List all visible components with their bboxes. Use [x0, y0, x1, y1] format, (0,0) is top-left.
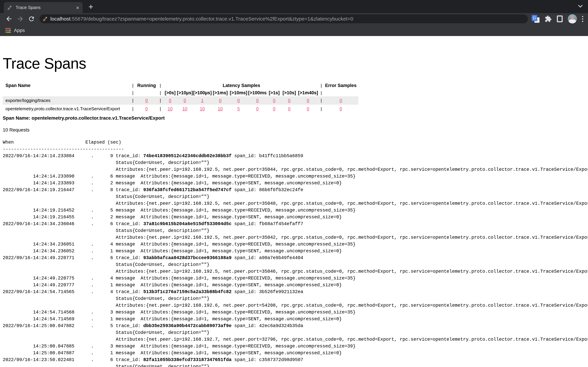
browser-chrome: Trace Spans × + [0, 0, 588, 36]
column-separator: | [157, 105, 164, 113]
message-line: 14:24:54.714568 . 3 message Attributes:{… [3, 309, 588, 316]
extensions-puzzle-icon[interactable] [545, 15, 552, 22]
request-start-line: 2022/09/16-14:25:00.047882 . 5 trace_id:… [3, 323, 588, 329]
request-start-line: 2022/09/16-14:24:14.233884 . 9 trace_id:… [3, 153, 588, 159]
page-title: Trace Spans [3, 55, 588, 72]
latency-bucket-header: [>0s] [164, 89, 177, 96]
latency-count-link[interactable]: 0 [256, 98, 259, 103]
back-button[interactable] [4, 14, 14, 24]
latency-bucket-header: [>10s] [282, 89, 297, 96]
attributes-line: Attributes:{net.peer.ip=192.168.192.6, n… [3, 302, 588, 309]
status-line: Status{Code=Unset, description=""} [3, 295, 588, 302]
request-start-line: 2022/09/16-14:23:50.022481 . 6 trace_id:… [3, 357, 588, 363]
latency-count-link[interactable]: 0 [307, 106, 309, 111]
apps-bookmark-label[interactable]: Apps [14, 28, 25, 33]
column-separator: | [319, 96, 323, 105]
latency-bucket-header: [>100ms] [248, 89, 267, 96]
message-line: 14:24:49.220777 . 1 message Attributes:{… [3, 282, 588, 289]
message-line: 14:24:14.233890 . 6 message Attributes:{… [3, 173, 588, 180]
error-count-link[interactable]: 0 [340, 106, 342, 111]
bucket-header-row: | | [>0s][>10µs][>100µs][>1ms][>10ms][>1… [3, 89, 358, 96]
span-name-cell: opentelemetry.proto.collector.trace.v1.T… [3, 105, 130, 113]
latency-bucket-header: [>1m40s] [297, 89, 319, 96]
column-separator: | [130, 96, 136, 105]
latency-bucket-header: [>1s] [267, 89, 282, 96]
latency-count-link[interactable]: 0 [237, 98, 240, 103]
spans-table-body: exporter/logging/traces|0|001000000|0ope… [3, 96, 358, 113]
status-line: Status{Code=Unset, description=""} [3, 329, 588, 336]
col-running: Running [136, 82, 157, 89]
opentelemetry-favicon-icon [7, 5, 12, 10]
request-start-line: 2022/09/16-14:24:54.714565 . 4 trace_id:… [3, 289, 588, 295]
divider-line: ----------------------------------------… [3, 146, 588, 153]
request-start-line: 2022/09/16-14:24:19.216447 . 8 trace_id:… [3, 187, 588, 193]
latency-count-link[interactable]: 0 [288, 98, 290, 103]
latency-bucket-header: [>10µs] [177, 89, 193, 96]
url-host: localhost [50, 16, 70, 22]
message-line: 14:24:34.236052 . 1 message Attributes:{… [3, 248, 588, 255]
profile-avatar[interactable] [568, 14, 577, 24]
running-count-link[interactable]: 0 [145, 98, 148, 103]
latency-count-link[interactable]: 10 [168, 106, 173, 111]
translate-extension-icon[interactable]: x G [532, 15, 539, 23]
apps-grid-icon[interactable] [5, 28, 10, 33]
tab-strip: Trace Spans × + [0, 0, 588, 13]
latency-count-link[interactable]: 0 [288, 106, 290, 111]
latency-count-link[interactable]: 0 [307, 98, 309, 103]
running-count-link[interactable]: 0 [145, 106, 148, 111]
latency-count-link[interactable]: 1 [201, 98, 203, 103]
latency-count-link[interactable]: 0 [184, 98, 186, 103]
status-line: Status{Code=Unset, description=""} [3, 227, 588, 234]
url-input[interactable]: localhost:55679/debug/tracez?zspanname=o… [39, 14, 528, 23]
attributes-line: Attributes:{net.peer.ip=192.168.192.5, n… [3, 234, 588, 241]
column-separator: | [130, 105, 136, 113]
message-line: 14:25:00.047885 . 3 message Attributes:{… [3, 343, 588, 350]
status-line: Status{Code=Unset, description=""} [3, 363, 588, 367]
message-line: 14:24:49.220775 . 4 message Attributes:{… [3, 275, 588, 282]
attributes-line: Attributes:{net.peer.ip=192.168.192.5, n… [3, 200, 588, 207]
latency-count-link[interactable]: 10 [200, 106, 205, 111]
column-separator: | [157, 96, 164, 105]
request-start-line: 2022/09/16-14:24:34.236046 . 6 trace_id:… [3, 221, 588, 227]
table-header-row: Span Name | Running | Latency Samples | … [3, 82, 358, 89]
error-count-link[interactable]: 0 [340, 98, 342, 103]
latency-count-link[interactable]: 0 [273, 98, 275, 103]
message-line: 14:24:19.216455 . 2 message Attributes:{… [3, 214, 588, 221]
request-count: 10 Requests [3, 127, 588, 133]
browser-menu-icon[interactable] [582, 16, 583, 22]
tab-close-icon[interactable]: × [76, 5, 79, 10]
side-panel-extension-icon[interactable] [557, 16, 563, 22]
latency-bucket-header: [>100µs] [193, 89, 211, 96]
new-tab-button[interactable]: + [86, 2, 96, 12]
forward-button[interactable] [16, 14, 25, 24]
span-table-row: opentelemetry.proto.collector.trace.v1.T… [3, 105, 358, 113]
span-name-cell: exporter/logging/traces [3, 96, 130, 105]
message-line: 14:24:19.216452 . 5 message Attributes:{… [3, 207, 588, 214]
attributes-line: Attributes:{net.peer.ip=192.168.192.5, n… [3, 268, 588, 275]
request-start-line: 2022/09/16-14:24:49.220771 . 6 trace_id:… [3, 255, 588, 261]
latency-count-link[interactable]: 10 [218, 106, 223, 111]
span-summary-table: Span Name | Running | Latency Samples | … [3, 82, 358, 113]
latency-bucket-header: [>10ms] [229, 89, 248, 96]
tab-search-chevron-icon[interactable] [578, 4, 583, 9]
latency-bucket-header: [>1ms] [211, 89, 229, 96]
latency-count-link[interactable]: 10 [182, 106, 187, 111]
latency-count-link[interactable]: 5 [237, 106, 240, 111]
latency-count-link[interactable]: 0 [256, 106, 259, 111]
bookmarks-bar: Apps [0, 25, 588, 36]
browser-toolbar: localhost:55679/debug/tracez?zspanname=o… [0, 13, 588, 25]
status-line: Status{Code=Unset, description=""} [3, 159, 588, 166]
tracez-page: Trace Spans Span Name | Running | Latenc… [0, 55, 588, 367]
latency-count-link[interactable]: 0 [273, 106, 275, 111]
reload-button[interactable] [27, 14, 36, 24]
col-span-name: Span Name [3, 82, 130, 89]
tab-title: Trace Spans [16, 5, 76, 10]
span-table-row: exporter/logging/traces|0|001000000|0 [3, 96, 358, 105]
url-favicon-icon [43, 16, 48, 22]
col-latency-samples: Latency Samples [164, 82, 319, 89]
tab-trace-spans[interactable]: Trace Spans × [4, 2, 83, 13]
latency-count-link[interactable]: 0 [169, 98, 171, 103]
message-line: 14:25:00.047887 . 1 message Attributes:{… [3, 350, 588, 357]
when-elapsed-header: When Elapsed (sec) [3, 139, 588, 146]
latency-count-link[interactable]: 0 [219, 98, 221, 103]
